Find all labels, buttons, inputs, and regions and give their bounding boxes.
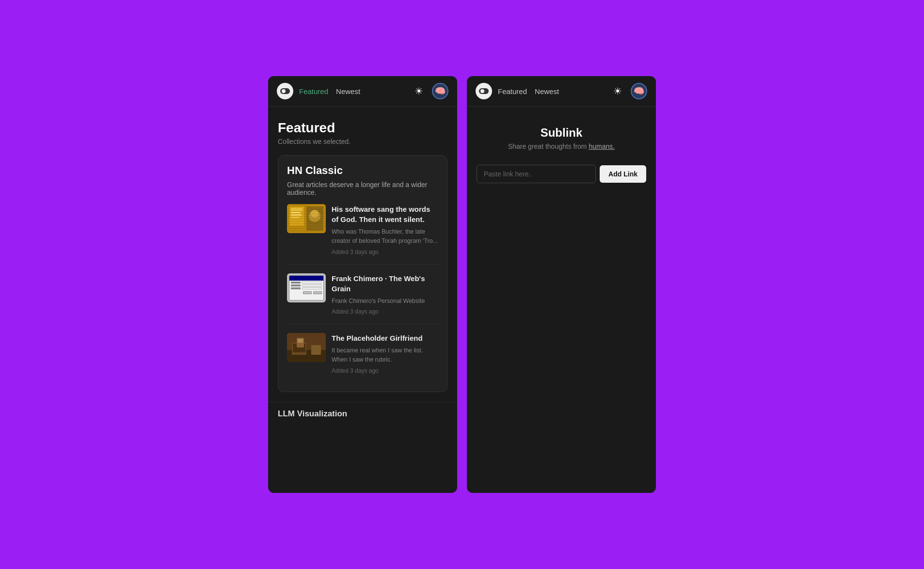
collection-card: HN Classic Great articles deserve a long… [278, 155, 447, 392]
right-panel: Featured Newest ☀ 🧠 Sublink Share great … [467, 76, 656, 493]
svg-rect-5 [291, 217, 300, 218]
main-content-left: Featured Collections we selected. HN Cla… [268, 107, 457, 402]
article-info-2: Frank Chimero · The Web's Grain Frank Ch… [332, 273, 438, 316]
svg-rect-2 [291, 208, 303, 211]
svg-rect-3 [291, 212, 301, 213]
right-nav: Featured Newest ☀ 🧠 [467, 76, 656, 107]
right-nav-tabs: Featured Newest [498, 85, 604, 97]
link-input[interactable] [477, 165, 596, 183]
article-thumbnail-1 [287, 204, 326, 233]
article-excerpt-3: It became real when I saw the list. When… [332, 346, 438, 364]
add-link-button[interactable]: Add Link [600, 165, 646, 183]
article-meta-1: Added 3 days ago [332, 249, 438, 255]
brain-icon-right[interactable]: 🧠 [631, 83, 647, 99]
tab-featured-right[interactable]: Featured [498, 85, 527, 97]
article-item-3[interactable]: The Placeholder Girlfriend It became rea… [287, 333, 438, 383]
sublink-subtitle: Share great thoughts from humans. [477, 142, 646, 150]
tab-newest-right[interactable]: Newest [535, 85, 559, 97]
nav-tabs: Featured Newest [299, 85, 405, 97]
article-title-3: The Placeholder Girlfriend [332, 333, 438, 343]
article-item-2[interactable]: Frank Chimero · The Web's Grain Frank Ch… [287, 273, 438, 325]
article-meta-3: Added 3 days ago [332, 367, 438, 374]
nav-icons-left: ☀ 🧠 [411, 83, 448, 99]
right-panel-content: Sublink Share great thoughts from humans… [467, 107, 656, 193]
sublink-subtitle-link[interactable]: humans. [589, 142, 615, 150]
svg-point-7 [309, 210, 320, 222]
brain-icon-left[interactable]: 🧠 [432, 83, 448, 99]
svg-rect-4 [291, 214, 302, 216]
add-link-row: Add Link [477, 165, 646, 183]
svg-rect-0 [287, 204, 326, 233]
article-title-2: Frank Chimero · The Web's Grain [332, 273, 438, 294]
svg-point-8 [311, 210, 319, 218]
collection-footer[interactable]: LLM Visualization [268, 402, 457, 426]
svg-rect-1 [289, 206, 304, 226]
left-panel: Featured Newest ☀ 🧠 Featured Collections… [268, 76, 457, 493]
sun-icon-left[interactable]: ☀ [411, 83, 427, 99]
sun-icon-right[interactable]: ☀ [609, 83, 626, 99]
article-item[interactable]: His software sang the words of God. Then… [287, 204, 438, 265]
tab-newest-left[interactable]: Newest [336, 85, 360, 97]
article-info-1: His software sang the words of God. Then… [332, 204, 438, 255]
right-logo [476, 83, 492, 99]
logo-shape [280, 88, 290, 94]
sublink-title: Sublink [477, 126, 646, 140]
page-subtitle-left: Collections we selected. [278, 138, 447, 145]
page-title-left: Featured [278, 120, 447, 136]
article-info-3: The Placeholder Girlfriend It became rea… [332, 333, 438, 374]
panels-container: Featured Newest ☀ 🧠 Featured Collections… [268, 76, 656, 493]
article-thumbnail-3 [287, 333, 326, 362]
collection-title: HN Classic [287, 164, 438, 177]
article-excerpt-2: Frank Chimero's Personal Website [332, 297, 438, 306]
article-excerpt-1: Who was Thomas Buchler, the late creator… [332, 227, 438, 246]
article-meta-2: Added 3 days ago [332, 308, 438, 315]
svg-rect-13 [311, 345, 321, 355]
article-thumbnail-2 [287, 273, 326, 302]
svg-rect-15 [298, 339, 303, 343]
tab-featured-left[interactable]: Featured [299, 85, 328, 97]
nav-icons-right: ☀ 🧠 [609, 83, 647, 99]
collection-desc: Great articles deserve a longer life and… [287, 181, 438, 196]
sublink-subtitle-prefix: Share great thoughts from [508, 142, 589, 150]
logo [277, 83, 293, 99]
right-logo-shape [479, 88, 489, 94]
article-title-1: His software sang the words of God. Then… [332, 204, 438, 224]
left-nav: Featured Newest ☀ 🧠 [268, 76, 457, 107]
svg-rect-6 [306, 206, 323, 231]
